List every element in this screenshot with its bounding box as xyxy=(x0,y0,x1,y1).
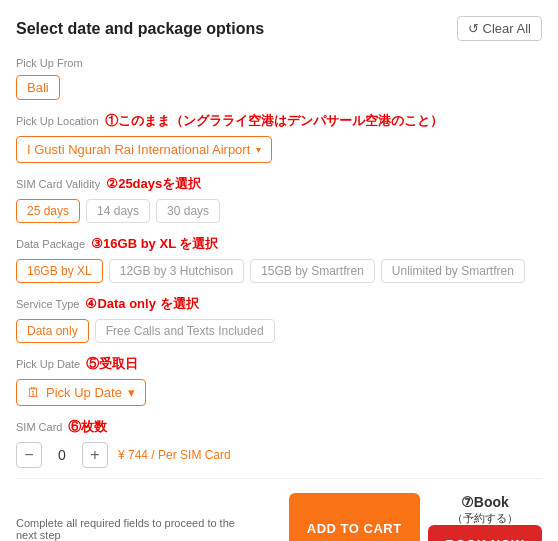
minus-icon: − xyxy=(24,446,33,464)
pickup-from-value: Bali xyxy=(16,75,60,100)
clear-all-button[interactable]: ↺ Clear All xyxy=(457,16,542,41)
sim-card-label: SIM Card xyxy=(16,421,62,433)
sim-validity-annotation: ②25daysを選択 xyxy=(106,175,201,193)
page-header: Select date and package options ↺ Clear … xyxy=(16,16,542,41)
book-annotation-sub: （予約する） xyxy=(452,511,518,525)
sim-validity-option-2[interactable]: 30 days xyxy=(156,199,220,223)
data-package-option-0[interactable]: 16GB by XL xyxy=(16,259,103,283)
per-sim-price: ¥ 744 / Per SIM Card xyxy=(118,448,231,462)
pickup-date-annotation: ⑤受取日 xyxy=(86,355,138,373)
sim-validity-section: SIM Card Validity ②25daysを選択 25 days 14 … xyxy=(16,175,542,223)
pickup-location-section: Pick Up Location ①このまま（ングラライ空港はデンパサール空港の… xyxy=(16,112,542,163)
footer-buttons: ADD TO CART ⑦Book （予約する） BOOK NOW xyxy=(289,493,542,541)
page-title: Select date and package options xyxy=(16,20,264,38)
quantity-row: − 0 + ¥ 744 / Per SIM Card xyxy=(16,442,542,468)
chevron-down-icon: ▾ xyxy=(128,385,135,400)
service-type-options: Data only Free Calls and Texts Included xyxy=(16,319,542,343)
data-package-option-3[interactable]: Unlimited by Smartfren xyxy=(381,259,525,283)
calendar-icon: 🗓 xyxy=(27,385,40,400)
book-now-button[interactable]: BOOK NOW xyxy=(428,525,542,541)
pickup-date-btn-label: Pick Up Date xyxy=(46,385,122,400)
pickup-date-section: Pick Up Date ⑤受取日 🗓 Pick Up Date ▾ xyxy=(16,355,542,406)
service-type-option-1[interactable]: Free Calls and Texts Included xyxy=(95,319,275,343)
divider xyxy=(16,478,542,479)
sim-validity-option-0[interactable]: 25 days xyxy=(16,199,80,223)
data-package-section: Data Package ③16GB by XL を選択 16GB by XL … xyxy=(16,235,542,283)
data-package-option-1[interactable]: 12GB by 3 Hutchison xyxy=(109,259,244,283)
sim-validity-label: SIM Card Validity xyxy=(16,178,100,190)
pickup-date-button[interactable]: 🗓 Pick Up Date ▾ xyxy=(16,379,146,406)
sim-card-annotation: ⑥枚数 xyxy=(68,418,107,436)
clear-all-label: Clear All xyxy=(483,21,531,36)
quantity-minus-button[interactable]: − xyxy=(16,442,42,468)
sim-validity-option-1[interactable]: 14 days xyxy=(86,199,150,223)
data-package-annotation: ③16GB by XL を選択 xyxy=(91,235,218,253)
pickup-location-selected: I Gusti Ngurah Rai International Airport xyxy=(27,142,250,157)
pickup-date-label: Pick Up Date xyxy=(16,358,80,370)
book-annotation-main: ⑦Book xyxy=(452,493,518,511)
data-package-label: Data Package xyxy=(16,238,85,250)
pickup-location-label: Pick Up Location xyxy=(16,115,99,127)
data-package-option-2[interactable]: 15GB by Smartfren xyxy=(250,259,375,283)
footer-row: Complete all required fields to proceed … xyxy=(16,493,542,541)
chevron-down-icon: ▾ xyxy=(256,144,261,155)
service-type-option-0[interactable]: Data only xyxy=(16,319,89,343)
quantity-value: 0 xyxy=(52,447,72,463)
book-annotation: ⑦Book （予約する） xyxy=(452,493,518,525)
service-type-label: Service Type xyxy=(16,298,79,310)
data-package-options: 16GB by XL 12GB by 3 Hutchison 15GB by S… xyxy=(16,259,542,283)
pickup-location-dropdown[interactable]: I Gusti Ngurah Rai International Airport… xyxy=(16,136,272,163)
service-type-annotation: ④Data only を選択 xyxy=(85,295,198,313)
refresh-icon: ↺ xyxy=(468,21,479,36)
service-type-section: Service Type ④Data only を選択 Data only Fr… xyxy=(16,295,542,343)
pickup-location-annotation: ①このまま（ングラライ空港はデンパサール空港のこと） xyxy=(105,112,443,130)
sim-card-section: SIM Card ⑥枚数 − 0 + ¥ 744 / Per SIM Card xyxy=(16,418,542,468)
add-to-cart-button[interactable]: ADD TO CART xyxy=(289,493,420,541)
quantity-plus-button[interactable]: + xyxy=(82,442,108,468)
pickup-from-label: Pick Up From xyxy=(16,57,542,69)
pickup-from-section: Pick Up From Bali xyxy=(16,57,542,100)
plus-icon: + xyxy=(90,446,99,464)
footer-note: Complete all required fields to proceed … xyxy=(16,517,246,541)
sim-validity-options: 25 days 14 days 30 days xyxy=(16,199,542,223)
